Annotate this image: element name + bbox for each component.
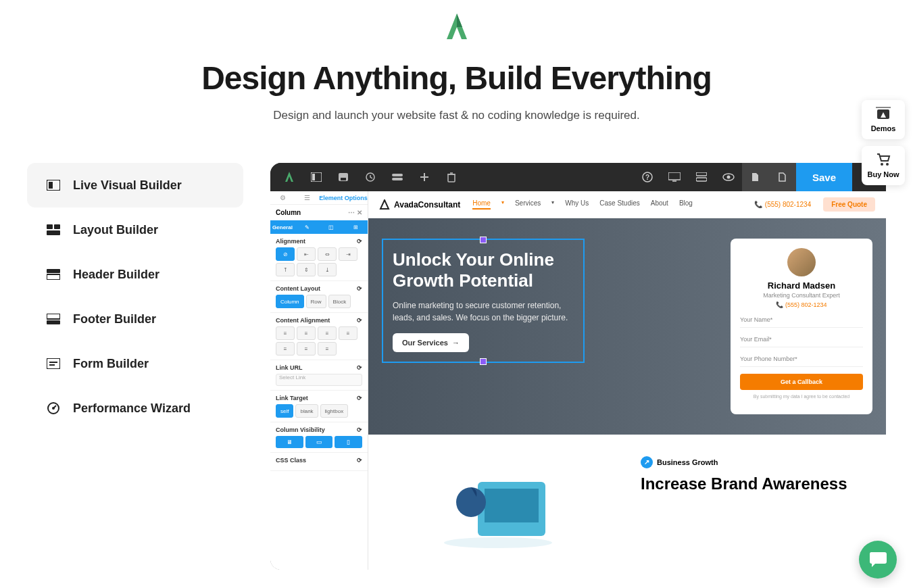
ca-7[interactable]: ≡ (318, 342, 337, 356)
settings-icon[interactable] (384, 163, 411, 191)
badge: ↗ Business Growth (641, 456, 718, 468)
chat-button[interactable] (859, 541, 897, 579)
svg-rect-19 (392, 174, 403, 176)
nav-blog[interactable]: Blog (679, 199, 693, 210)
align-top[interactable]: ⤒ (276, 263, 295, 276)
ca-1[interactable]: ≡ (276, 326, 295, 340)
align-default[interactable]: ⊘ (276, 247, 295, 261)
extras-tab[interactable]: ⊞ (343, 220, 368, 234)
tab-header-builder[interactable]: Header Builder (27, 252, 243, 297)
layout-row[interactable]: Row (306, 295, 326, 308)
ca-3[interactable]: ≡ (318, 326, 337, 340)
quote-button[interactable]: Free Quote (823, 197, 875, 212)
nav-case-studies[interactable]: Case Studies (599, 199, 639, 210)
nav-why-us[interactable]: Why Us (565, 199, 589, 210)
email-field[interactable]: Your Email* (740, 332, 863, 347)
grid-icon (46, 222, 61, 237)
card-note: By submitting my data I agree to be cont… (754, 394, 849, 399)
brand-logo (0, 0, 913, 46)
layout-block[interactable]: Block (328, 295, 351, 308)
target-lightbox[interactable]: lightbox (320, 404, 349, 418)
save-button[interactable]: Save (796, 163, 852, 191)
page-outline-icon[interactable] (769, 163, 796, 191)
phone-link[interactable]: 📞 (555) 802-1234 (754, 201, 811, 208)
hero-heading: Unlock Your Online Growth Potential (393, 249, 574, 291)
nav-about[interactable]: About (651, 199, 668, 210)
footer-icon (46, 312, 61, 326)
svg-point-32 (456, 487, 486, 517)
tab-label: Layout Builder (73, 223, 158, 237)
desktop-icon[interactable] (661, 163, 688, 191)
align-center[interactable]: ⇔ (318, 247, 337, 261)
tab-layout-builder[interactable]: Layout Builder (27, 207, 243, 252)
ca-2[interactable]: ≡ (297, 326, 316, 340)
sidebar-toggle-icon[interactable] (303, 163, 330, 191)
page-title: Design Anything, Build Everything (0, 59, 913, 97)
cart-icon (876, 153, 891, 166)
layout-column[interactable]: Column (276, 295, 304, 308)
general-tab[interactable]: General (270, 220, 295, 234)
name-field[interactable]: Your Name* (740, 312, 863, 328)
svg-rect-21 (448, 174, 455, 182)
page-icon[interactable] (742, 163, 769, 191)
tab-form-builder[interactable]: Form Builder (27, 341, 243, 386)
svg-rect-25 (696, 172, 707, 176)
target-self[interactable]: self (276, 404, 293, 418)
nav-home[interactable]: Home (472, 199, 491, 210)
logo-icon[interactable] (276, 163, 303, 191)
ca-6[interactable]: ≡ (297, 342, 316, 356)
vis-mobile[interactable]: ▯ (335, 436, 362, 448)
page-subtitle: Design and launch your website fast & no… (0, 109, 913, 122)
save-icon[interactable] (330, 163, 357, 191)
vis-desktop[interactable]: 🖥 (276, 436, 303, 448)
svg-rect-6 (47, 274, 60, 280)
ca-4[interactable]: ≡ (339, 326, 357, 340)
align-middle[interactable]: ⇕ (297, 263, 316, 276)
svg-rect-10 (49, 362, 57, 363)
element-options-tab[interactable]: Element Options (319, 191, 368, 204)
align-right[interactable]: ⇥ (339, 247, 357, 261)
gauge-icon (46, 401, 61, 416)
svg-rect-34 (876, 107, 891, 108)
form-icon (46, 356, 61, 371)
tab-live-visual-builder[interactable]: Live Visual Builder (27, 163, 243, 207)
ca-5[interactable]: ≡ (276, 342, 295, 356)
tab-footer-builder[interactable]: Footer Builder (27, 297, 243, 341)
target-blank[interactable]: blank (295, 404, 318, 418)
close-icon[interactable]: ⋯ ✕ (348, 209, 362, 216)
trash-icon[interactable] (438, 163, 465, 191)
callback-button[interactable]: Get a Callback (740, 374, 863, 390)
menu-icon[interactable]: ☰ (295, 191, 319, 204)
design-tab[interactable]: ✎ (295, 220, 319, 234)
site-brand[interactable]: AvadaConsultant (379, 199, 460, 210)
tab-label: Live Visual Builder (73, 178, 182, 193)
align-bottom[interactable]: ⤓ (318, 263, 337, 276)
responsive-icon[interactable] (688, 163, 715, 191)
bg-tab[interactable]: ◫ (319, 220, 343, 234)
tab-performance-wizard[interactable]: Performance Wizard (27, 386, 243, 431)
svg-text:?: ? (645, 174, 649, 181)
history-icon[interactable] (357, 163, 384, 191)
svg-rect-1 (49, 182, 53, 189)
add-icon[interactable] (411, 163, 438, 191)
preview-icon[interactable] (715, 163, 742, 191)
vis-tablet[interactable]: ▭ (305, 436, 333, 448)
nav-services[interactable]: Services (515, 199, 541, 210)
visibility-label: Column Visibility (276, 426, 325, 433)
canvas: AvadaConsultant Home ▾ Services ▾ Why Us… (368, 191, 886, 570)
gear-icon[interactable]: ⚙ (270, 191, 295, 204)
svg-rect-17 (341, 178, 346, 180)
help-icon[interactable]: ? (634, 163, 661, 191)
align-left[interactable]: ⇤ (297, 247, 316, 261)
svg-rect-15 (312, 174, 315, 180)
demos-button[interactable]: Demos (862, 100, 905, 139)
svg-rect-8 (47, 320, 60, 324)
link-url-input[interactable]: Select Link (276, 374, 362, 386)
tab-label: Form Builder (73, 357, 149, 371)
buy-now-button[interactable]: Buy Now (862, 146, 905, 185)
svg-rect-5 (47, 269, 60, 273)
hero-cta-button[interactable]: Our Services → (393, 333, 469, 352)
phone-field[interactable]: Your Phone Number* (740, 351, 863, 367)
selected-element[interactable]: Unlock Your Online Growth Potential Onli… (382, 239, 585, 363)
card-phone[interactable]: 📞 (555) 802-1234 (776, 301, 826, 308)
